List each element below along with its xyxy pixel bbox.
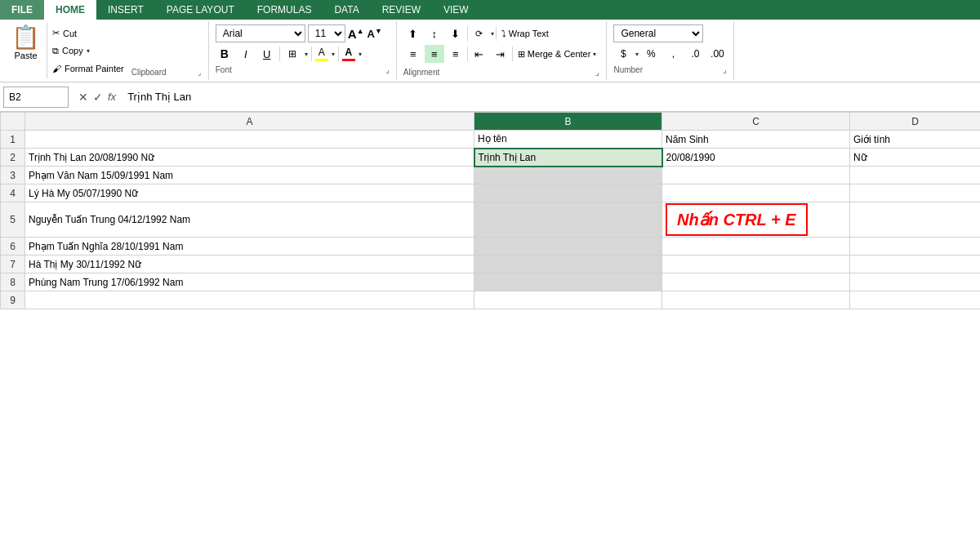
fill-dropdown[interactable]: ▾	[332, 51, 335, 58]
underline-button[interactable]: U	[258, 45, 276, 63]
dollar-button[interactable]: $	[613, 45, 633, 63]
align-center-button[interactable]: ≡	[425, 45, 444, 63]
border-button[interactable]: ⊞	[283, 45, 301, 63]
alignment-expand-icon[interactable]: ⌟	[595, 68, 599, 77]
tab-home[interactable]: HOME	[44, 0, 96, 20]
cell-9-b[interactable]	[474, 291, 662, 309]
decrease-decimal-button[interactable]: .0	[685, 45, 705, 63]
tab-data[interactable]: DATA	[323, 0, 370, 20]
cell-9-a[interactable]	[25, 291, 474, 309]
cell-5-d[interactable]	[850, 202, 981, 238]
cell-3-c[interactable]	[662, 167, 850, 184]
cell-1-d[interactable]: Giới tính	[850, 131, 981, 149]
fill-color-button[interactable]: A	[315, 47, 328, 61]
border-dropdown[interactable]: ▾	[305, 51, 308, 58]
cell-4-a[interactable]: Lý Hà My 05/07/1990 Nữ	[25, 184, 474, 202]
fx-icon[interactable]: fx	[108, 91, 116, 103]
cell-2-c[interactable]: 20/08/1990	[662, 149, 850, 167]
tab-view[interactable]: VIEW	[432, 0, 480, 20]
cell-8-d[interactable]	[850, 273, 981, 291]
cell-7-d[interactable]	[850, 256, 981, 273]
tab-review[interactable]: REVIEW	[371, 0, 432, 20]
cut-button[interactable]: ✂ Cut	[51, 27, 126, 39]
merge-dropdown[interactable]: ▾	[593, 51, 596, 58]
cell-6-b[interactable]	[474, 238, 662, 256]
cell-8-a[interactable]: Phùng Nam Trung 17/06/1992 Nam	[25, 273, 474, 291]
cell-3-d[interactable]	[850, 167, 981, 184]
font-color-dropdown[interactable]: ▾	[359, 51, 362, 58]
tab-insert[interactable]: INSERT	[96, 0, 155, 20]
cell-4-c[interactable]	[662, 184, 850, 202]
cell-5-c[interactable]: Nhấn CTRL + E	[662, 202, 850, 238]
copy-button[interactable]: ⧉ Copy ▾	[51, 45, 126, 57]
align-right-button[interactable]: ≡	[446, 45, 466, 63]
alignment-group-footer: Alignment ⌟	[403, 68, 600, 77]
cell-4-d[interactable]	[850, 184, 981, 202]
percent-button[interactable]: %	[641, 45, 661, 63]
table-row: 4Lý Hà My 05/07/1990 Nữ	[1, 184, 981, 202]
cell-6-d[interactable]	[850, 238, 981, 256]
decrease-font-size-button[interactable]: A▼	[367, 24, 383, 42]
cell-1-a[interactable]	[25, 131, 474, 149]
col-header-d[interactable]: D	[850, 113, 981, 131]
cell-3-b[interactable]	[474, 167, 662, 184]
font-expand-icon[interactable]: ⌟	[385, 65, 390, 74]
formula-icons: ✕ ✓ fx	[72, 91, 122, 104]
cell-reference-box[interactable]: B2	[3, 87, 69, 108]
italic-button[interactable]: I	[237, 45, 255, 63]
tab-file[interactable]: FILE	[0, 0, 44, 20]
confirm-formula-icon[interactable]: ✓	[93, 91, 103, 104]
cancel-formula-icon[interactable]: ✕	[78, 91, 88, 104]
ctrl-e-hint: Nhấn CTRL + E	[666, 203, 808, 236]
cell-2-d[interactable]: Nữ	[850, 149, 981, 167]
increase-indent-button[interactable]: ⇥	[491, 45, 510, 63]
cell-5-a[interactable]: Nguyễn Tuấn Trung 04/12/1992 Nam	[25, 202, 474, 238]
cell-9-d[interactable]	[850, 291, 981, 309]
align-middle-button[interactable]: ↕	[425, 24, 444, 42]
cell-8-b[interactable]	[474, 273, 662, 291]
font-divider3	[338, 47, 339, 61]
cell-2-a[interactable]: Trịnh Thị Lan 20/08/1990 Nữ	[25, 149, 474, 167]
align-bottom-button[interactable]: ⬇	[446, 24, 466, 42]
cell-6-a[interactable]: Phạm Tuấn Nghĩa 28/10/1991 Nam	[25, 238, 474, 256]
increase-font-size-button[interactable]: A▲	[348, 24, 364, 42]
col-header-b[interactable]: B	[474, 113, 662, 131]
cell-3-a[interactable]: Phạm Văn Nam 15/09/1991 Nam	[25, 167, 474, 184]
font-color-button[interactable]: A	[342, 47, 355, 61]
tab-page-layout[interactable]: PAGE LAYOUT	[155, 0, 246, 20]
dollar-dropdown[interactable]: ▾	[635, 51, 639, 58]
font-size-select[interactable]: 11	[308, 24, 345, 42]
tab-formulas[interactable]: FORMULAS	[246, 0, 323, 20]
comma-button[interactable]: ,	[663, 45, 683, 63]
cell-1-c[interactable]: Năm Sinh	[662, 131, 850, 149]
angle-dropdown[interactable]: ▾	[491, 30, 494, 38]
merge-center-button[interactable]: ⊞ Merge & Center ▾	[514, 47, 600, 61]
cell-2-b[interactable]: Trịnh Thị Lan	[474, 149, 662, 167]
cell-7-a[interactable]: Hà Thị My 30/11/1992 Nữ	[25, 256, 474, 273]
cell-7-c[interactable]	[662, 256, 850, 273]
col-header-c[interactable]: C	[662, 113, 850, 131]
font-name-select[interactable]: Arial	[216, 24, 305, 42]
clipboard-expand-icon[interactable]: ⌟	[198, 69, 201, 77]
number-format-select[interactable]: General	[613, 24, 703, 42]
cell-1-b[interactable]: Họ tên	[474, 131, 662, 149]
align-left-button[interactable]: ≡	[403, 45, 423, 63]
col-header-a[interactable]: A	[25, 113, 474, 131]
cell-7-b[interactable]	[474, 256, 662, 273]
angle-text-button[interactable]: ⟳	[470, 24, 489, 42]
cell-8-c[interactable]	[662, 273, 850, 291]
clipboard-group: 📋 Paste ✂ Cut ⧉ Copy ▾ 🖌 Format Painter …	[0, 21, 209, 80]
formula-input[interactable]	[122, 89, 980, 104]
wrap-text-button[interactable]: ⤵ Wrap Text	[498, 27, 552, 40]
cell-9-c[interactable]	[662, 291, 850, 309]
number-expand-icon[interactable]: ⌟	[723, 65, 727, 74]
paste-button[interactable]: 📋 Paste	[5, 23, 47, 78]
align-top-button[interactable]: ⬆	[403, 24, 423, 42]
cell-6-c[interactable]	[662, 238, 850, 256]
cell-4-b[interactable]	[474, 184, 662, 202]
decrease-indent-button[interactable]: ⇤	[470, 45, 489, 63]
increase-decimal-button[interactable]: .00	[707, 45, 727, 63]
cell-5-b[interactable]	[474, 202, 662, 238]
format-painter-button[interactable]: 🖌 Format Painter	[51, 63, 126, 74]
bold-button[interactable]: B	[216, 45, 234, 63]
